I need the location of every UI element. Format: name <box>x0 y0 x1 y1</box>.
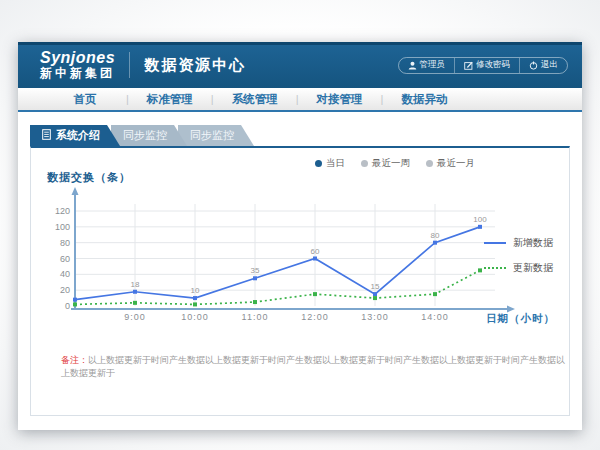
chart-legend: 新增数据 更新数据 <box>484 236 553 275</box>
user-menu: 管理员 修改密码 退出 <box>398 57 569 74</box>
svg-text:12:00: 12:00 <box>301 312 329 322</box>
change-password-button[interactable]: 修改密码 <box>454 58 519 73</box>
nav-item-system-mgmt[interactable]: 系统管理 <box>214 92 296 107</box>
admin-user-label: 管理员 <box>420 59 446 71</box>
company-logo: Synjones 新中新集团 <box>40 50 115 79</box>
solid-line-swatch-icon <box>484 242 506 244</box>
svg-text:14:00: 14:00 <box>421 312 449 322</box>
footnote: 备注：以上数据更新于时间产生数据以上数据更新于时间产生数据以上数据更新于时间产生… <box>61 354 566 379</box>
nav-item-standard-mgmt[interactable]: 标准管理 <box>129 92 211 107</box>
screenshot-stage: Synjones 新中新集团 数据资源中心 管理员 修改密码 <box>0 0 600 450</box>
radio-unselected-icon <box>361 160 368 167</box>
svg-text:10:00: 10:00 <box>181 312 209 322</box>
tab-label: 同步监控 <box>123 128 167 143</box>
legend-label: 新增数据 <box>513 236 553 250</box>
chart-canvas: 0204060801001209:0010:0011:0012:0013:001… <box>45 186 525 336</box>
x-axis-title: 日期（小时） <box>486 312 555 326</box>
nav-item-data-change[interactable]: 数据异动 <box>383 92 465 107</box>
tab-system-intro[interactable]: 系统介绍 <box>30 125 120 146</box>
chart-panel: 当日 最近一周 最近一月 数据交换（条） 0204060801001209:00… <box>30 146 570 416</box>
svg-text:9:00: 9:00 <box>124 312 146 322</box>
tab-label: 同步监控 <box>190 128 234 143</box>
svg-text:20: 20 <box>60 285 70 295</box>
app-header: Synjones 新中新集团 数据资源中心 管理员 修改密码 <box>18 42 582 88</box>
range-option-label: 当日 <box>326 157 345 170</box>
footnote-text: 以上数据更新于时间产生数据以上数据更新于时间产生数据以上数据更新于时间产生数据以… <box>61 355 565 378</box>
svg-text:40: 40 <box>60 269 70 279</box>
edit-icon <box>464 61 473 70</box>
content-area: 系统介绍 同步监控 同步监控 当日 最近一周 <box>18 112 582 428</box>
main-nav: 首页 | 标准管理 | 系统管理 | 对接管理 | 数据异动 <box>18 88 582 112</box>
dotted-line-swatch-icon <box>484 267 506 269</box>
time-range-options: 当日 最近一周 最近一月 <box>315 157 475 170</box>
power-icon <box>529 61 538 70</box>
tab-label: 系统介绍 <box>56 128 100 143</box>
legend-item-updated-data: 更新数据 <box>484 261 553 275</box>
range-option-today[interactable]: 当日 <box>315 157 345 170</box>
user-icon <box>408 61 417 70</box>
tab-sync-monitor-1[interactable]: 同步监控 <box>111 125 187 146</box>
svg-text:13:00: 13:00 <box>361 312 389 322</box>
svg-text:15: 15 <box>371 282 380 291</box>
svg-text:100: 100 <box>55 222 70 232</box>
radio-unselected-icon <box>426 160 433 167</box>
svg-text:100: 100 <box>473 215 487 224</box>
range-option-last-month[interactable]: 最近一月 <box>426 157 475 170</box>
radio-selected-icon <box>315 160 322 167</box>
header-divider <box>129 52 130 78</box>
svg-text:80: 80 <box>431 231 440 240</box>
y-axis-title: 数据交换（条） <box>47 170 131 185</box>
nav-item-interface-mgmt[interactable]: 对接管理 <box>299 92 381 107</box>
svg-text:11:00: 11:00 <box>242 312 269 322</box>
app-window: Synjones 新中新集团 数据资源中心 管理员 修改密码 <box>18 42 582 430</box>
tab-bar: 系统介绍 同步监控 同步监控 <box>30 125 254 146</box>
logout-label: 退出 <box>541 59 558 71</box>
svg-text:80: 80 <box>60 238 70 248</box>
range-option-label: 最近一周 <box>372 157 410 170</box>
range-option-label: 最近一月 <box>437 157 475 170</box>
legend-label: 更新数据 <box>513 261 553 275</box>
legend-item-new-data: 新增数据 <box>484 236 553 250</box>
svg-text:60: 60 <box>60 254 70 264</box>
logout-button[interactable]: 退出 <box>519 58 567 73</box>
svg-text:10: 10 <box>191 286 200 295</box>
line-chart: 0204060801001209:0010:0011:0012:0013:001… <box>45 186 525 340</box>
svg-text:120: 120 <box>55 206 70 216</box>
range-option-last-week[interactable]: 最近一周 <box>361 157 410 170</box>
svg-text:0: 0 <box>65 301 70 311</box>
logo-text-cn: 新中新集团 <box>40 67 115 80</box>
admin-user-button[interactable]: 管理员 <box>399 58 455 73</box>
nav-item-home[interactable]: 首页 <box>44 92 126 107</box>
page-title: 数据资源中心 <box>144 56 246 75</box>
tab-sync-monitor-2[interactable]: 同步监控 <box>178 125 254 146</box>
svg-text:60: 60 <box>311 247 320 256</box>
svg-text:35: 35 <box>251 266 260 275</box>
change-password-label: 修改密码 <box>476 59 510 71</box>
footnote-prefix: 备注： <box>61 355 88 365</box>
logo-text-en: Synjones <box>40 50 115 67</box>
document-icon <box>42 129 51 142</box>
svg-text:18: 18 <box>131 280 140 289</box>
